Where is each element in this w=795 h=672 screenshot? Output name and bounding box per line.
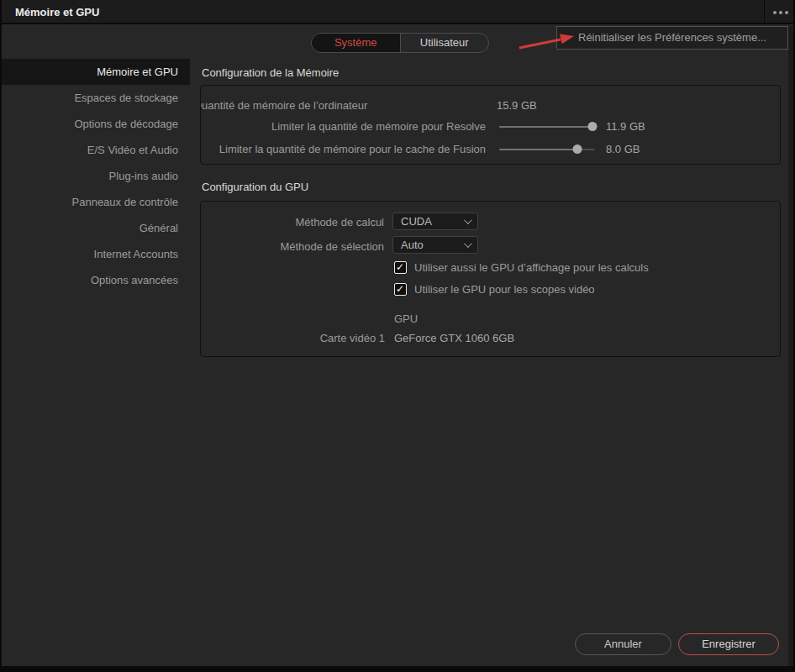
display-gpu-checkbox[interactable] bbox=[394, 261, 407, 274]
sidebar-item-panneaux-controle[interactable]: Panneaux de contrôle bbox=[2, 189, 190, 215]
fusion-cache-label: Limiter la quantité de mémoire pour le c… bbox=[219, 143, 486, 155]
titlebar: Mémoire et GPU bbox=[0, 0, 795, 24]
tab-system[interactable]: Système bbox=[312, 34, 400, 52]
dot-icon bbox=[785, 11, 788, 14]
resolve-memory-value: 11.9 GB bbox=[606, 120, 645, 133]
gpu-section-title: Configuration du GPU bbox=[202, 181, 308, 193]
window-edge bbox=[0, 666, 795, 672]
fusion-cache-slider[interactable] bbox=[499, 143, 595, 156]
annotation-arrow-icon bbox=[517, 32, 577, 50]
resolve-memory-label: Limiter la quantité de mémoire pour Reso… bbox=[271, 120, 486, 133]
compute-method-label: Méthode de calcul bbox=[295, 216, 384, 228]
memory-panel: Quantité de mémoire de l’ordinateur 15.9… bbox=[200, 85, 781, 165]
fusion-cache-value: 8.0 GB bbox=[606, 143, 640, 155]
sidebar: Mémoire et GPU Espaces de stockage Optio… bbox=[2, 59, 190, 293]
video-card-1-label: Carte vidéo 1 bbox=[320, 332, 385, 344]
gpu-list-header: GPU bbox=[394, 312, 418, 325]
window-edge bbox=[0, 0, 2, 672]
sidebar-item-general[interactable]: Général bbox=[2, 215, 190, 241]
chevron-down-icon bbox=[464, 239, 472, 248]
selection-method-value: Auto bbox=[401, 239, 424, 251]
display-gpu-checkbox-label: Utiliser aussi le GPU d’affichage pour l… bbox=[414, 261, 649, 274]
sidebar-item-options-avancees[interactable]: Options avancées bbox=[2, 267, 190, 293]
memory-section-title: Configuration de la Mémoire bbox=[202, 66, 339, 79]
total-memory-value: 15.9 GB bbox=[497, 99, 537, 112]
scopes-gpu-checkbox[interactable] bbox=[394, 283, 407, 296]
preferences-window: Mémoire et GPU Système Utilisateur Réini… bbox=[0, 0, 795, 672]
tab-bar: Système Utilisateur bbox=[311, 33, 489, 53]
sidebar-item-espaces-stockage[interactable]: Espaces de stockage bbox=[2, 85, 190, 111]
save-button[interactable]: Enregistrer bbox=[678, 633, 779, 655]
sidebar-item-memoire-gpu[interactable]: Mémoire et GPU bbox=[2, 59, 190, 85]
cancel-button[interactable]: Annuler bbox=[575, 633, 671, 655]
ellipsis-menu-icon[interactable] bbox=[767, 0, 793, 24]
video-card-1-value: GeForce GTX 1060 6GB bbox=[394, 332, 514, 344]
compute-method-select[interactable]: CUDA bbox=[392, 213, 478, 230]
slider-handle[interactable] bbox=[573, 144, 582, 154]
dot-icon bbox=[773, 11, 777, 14]
scopes-gpu-checkbox-label: Utiliser le GPU pour les scopes vidéo bbox=[414, 283, 595, 296]
gpu-panel: Méthode de calcul CUDA Méthode de sélect… bbox=[200, 201, 781, 357]
sidebar-item-plugins-audio[interactable]: Plug-ins audio bbox=[2, 163, 190, 189]
titlebar-divider bbox=[764, 0, 765, 24]
sidebar-item-es-video-audio[interactable]: E/S Vidéo et Audio bbox=[2, 137, 190, 163]
total-memory-label: Quantité de mémoire de l’ordinateur bbox=[200, 99, 367, 112]
tab-user[interactable]: Utilisateur bbox=[400, 34, 489, 52]
slider-handle[interactable] bbox=[587, 122, 597, 131]
window-title: Mémoire et GPU bbox=[15, 0, 99, 24]
dot-icon bbox=[779, 11, 782, 14]
selection-method-label: Méthode de sélection bbox=[280, 240, 384, 253]
sidebar-item-internet-accounts[interactable]: Internet Accounts bbox=[2, 241, 190, 267]
resolve-memory-slider[interactable] bbox=[499, 120, 595, 134]
slider-fill bbox=[499, 149, 577, 150]
sidebar-item-options-decodage[interactable]: Options de décodage bbox=[2, 111, 190, 137]
slider-fill bbox=[499, 126, 592, 128]
selection-method-select[interactable]: Auto bbox=[392, 236, 478, 254]
compute-method-value: CUDA bbox=[401, 215, 432, 228]
menu-item-reset-system-preferences[interactable]: Réinitialiser les Préférences système... bbox=[556, 26, 788, 50]
chevron-down-icon bbox=[464, 216, 472, 224]
